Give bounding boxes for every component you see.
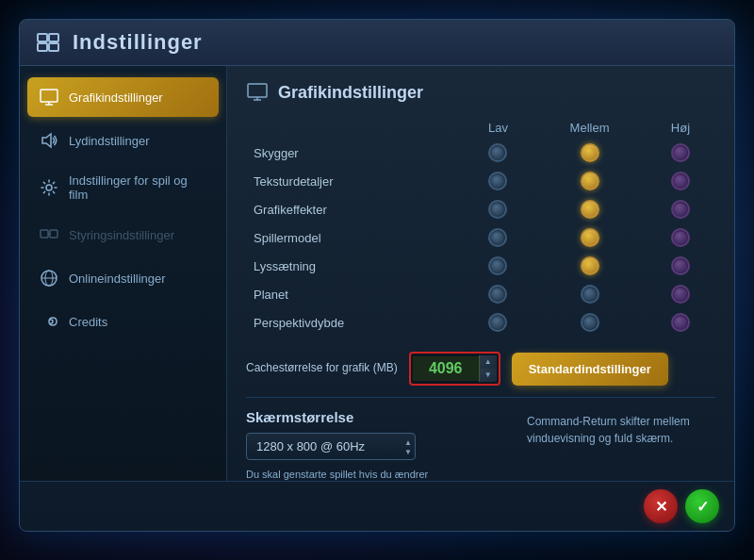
radio-cell[interactable] — [533, 167, 646, 195]
radio-dot[interactable] — [581, 313, 599, 332]
radio-dot[interactable] — [671, 256, 690, 275]
table-row: Planet — [246, 280, 715, 308]
monitor-icon — [39, 87, 59, 107]
screen-left: Skærmstørrelse 800 x 600 @ 60Hz1024 x 76… — [246, 409, 512, 481]
radio-dot[interactable] — [581, 200, 599, 219]
settings-window: Indstillinger Grafikindstillinger — [19, 19, 735, 532]
radio-dot[interactable] — [581, 172, 599, 190]
svg-point-8 — [46, 185, 52, 190]
sidebar-item-label: Onlineindstillinger — [69, 272, 166, 286]
svg-rect-3 — [49, 43, 58, 51]
radio-dot[interactable] — [671, 143, 690, 162]
radio-cell[interactable] — [533, 252, 646, 280]
screen-section: Skærmstørrelse 800 x 600 @ 60Hz1024 x 76… — [246, 397, 715, 481]
radio-cell[interactable] — [533, 223, 646, 252]
screen-select-container: 800 x 600 @ 60Hz1024 x 768 @ 60Hz1280 x … — [246, 433, 416, 460]
cache-decrement-button[interactable]: ▼ — [480, 369, 497, 382]
row-label: Lyssætning — [246, 252, 463, 280]
radio-cell[interactable] — [463, 167, 534, 195]
radio-cell[interactable] — [533, 139, 646, 167]
sidebar-item-online[interactable]: Onlineindstillinger — [27, 258, 219, 298]
radio-cell[interactable] — [463, 223, 534, 252]
svg-rect-10 — [50, 230, 57, 238]
radio-cell[interactable] — [463, 308, 534, 337]
table-row: Spillermodel — [246, 223, 715, 252]
sidebar: Grafikindstillinger Lydindstillinger — [20, 66, 227, 481]
cache-spinner: ▲ ▼ — [479, 355, 497, 382]
radio-cell[interactable] — [646, 308, 715, 337]
radio-dot[interactable] — [488, 200, 507, 219]
radio-cell[interactable] — [533, 308, 646, 337]
section-title: Grafikindstillinger — [278, 83, 423, 103]
radio-dot[interactable] — [671, 228, 690, 247]
radio-dot[interactable] — [488, 228, 507, 247]
gear-icon — [39, 177, 59, 198]
radio-dot[interactable] — [488, 172, 507, 190]
radio-cell[interactable] — [533, 195, 646, 223]
radio-dot[interactable] — [671, 285, 690, 304]
svg-rect-9 — [41, 230, 48, 238]
spiral-icon — [39, 311, 59, 332]
main-content: Grafikindstillinger Lav Mellem Høj Skygg… — [227, 66, 734, 481]
radio-dot[interactable] — [488, 285, 507, 304]
sidebar-item-credits[interactable]: Credits — [27, 302, 219, 341]
table-row: Grafikeffekter — [246, 195, 715, 223]
table-row: Teksturdetaljer — [246, 167, 715, 195]
cache-label: Cachestørrelse for grafik (MB) — [246, 361, 398, 376]
sidebar-item-label: Indstillinger for spil og film — [69, 173, 207, 202]
radio-cell[interactable] — [646, 223, 715, 252]
screen-note: Du skal genstarte spillet hvis du ændrer… — [246, 468, 510, 481]
radio-dot[interactable] — [671, 200, 690, 219]
radio-cell[interactable] — [463, 252, 534, 280]
radio-dot[interactable] — [581, 256, 599, 275]
cache-input[interactable] — [413, 356, 479, 381]
row-label: Skygger — [246, 139, 463, 167]
radio-cell[interactable] — [463, 139, 534, 167]
radio-dot[interactable] — [671, 313, 690, 332]
titlebar: Indstillinger — [20, 20, 734, 66]
cancel-button[interactable]: ✕ — [644, 489, 678, 523]
sidebar-item-graphics[interactable]: Grafikindstillinger — [27, 77, 219, 117]
svg-rect-0 — [38, 34, 47, 41]
default-settings-button[interactable]: Standardindstillinger — [512, 353, 668, 386]
radio-dot[interactable] — [671, 172, 690, 190]
svg-rect-2 — [38, 43, 47, 51]
radio-dot[interactable] — [488, 313, 507, 332]
svg-rect-15 — [248, 84, 267, 97]
screen-hint: Command-Return skifter mellem vinduevisn… — [527, 409, 715, 481]
radio-cell[interactable] — [646, 280, 715, 308]
cache-input-container: ▲ ▼ — [409, 352, 500, 386]
radio-dot[interactable] — [488, 143, 507, 162]
screen-size-select[interactable]: 800 x 600 @ 60Hz1024 x 768 @ 60Hz1280 x … — [246, 433, 416, 460]
svg-marker-7 — [42, 134, 51, 147]
sidebar-item-game-film[interactable]: Indstillinger for spil og film — [27, 164, 219, 211]
radio-cell[interactable] — [463, 195, 534, 223]
row-label: Teksturdetaljer — [246, 167, 463, 195]
col-header-high: Høj — [646, 117, 715, 139]
sidebar-item-controls: Styringsindstillinger — [27, 215, 219, 255]
content-area: Grafikindstillinger Lydindstillinger — [20, 66, 734, 481]
radio-dot[interactable] — [488, 256, 507, 275]
section-monitor-icon — [246, 81, 269, 104]
radio-cell[interactable] — [646, 195, 715, 223]
radio-cell[interactable] — [646, 167, 715, 195]
radio-cell[interactable] — [646, 252, 715, 280]
gamepad-icon — [39, 224, 59, 245]
cache-row: Cachestørrelse for grafik (MB) ▲ ▼ Stand… — [246, 352, 715, 386]
radio-cell[interactable] — [463, 280, 534, 308]
radio-cell[interactable] — [646, 139, 715, 167]
confirm-button[interactable]: ✓ — [685, 489, 719, 523]
radio-dot[interactable] — [581, 285, 599, 304]
sidebar-item-label: Credits — [69, 315, 107, 329]
svg-rect-4 — [41, 90, 57, 102]
sidebar-item-label: Grafikindstillinger — [69, 91, 163, 105]
radio-dot[interactable] — [581, 143, 599, 162]
screen-size-title: Skærmstørrelse — [246, 409, 512, 425]
row-label: Spillermodel — [246, 223, 463, 252]
cache-increment-button[interactable]: ▲ — [480, 355, 497, 369]
sidebar-item-audio[interactable]: Lydindstillinger — [27, 121, 219, 160]
radio-dot[interactable] — [581, 228, 599, 247]
row-label: Perspektivdybde — [246, 308, 463, 337]
radio-cell[interactable] — [533, 280, 646, 308]
table-row: Perspektivdybde — [246, 308, 715, 337]
